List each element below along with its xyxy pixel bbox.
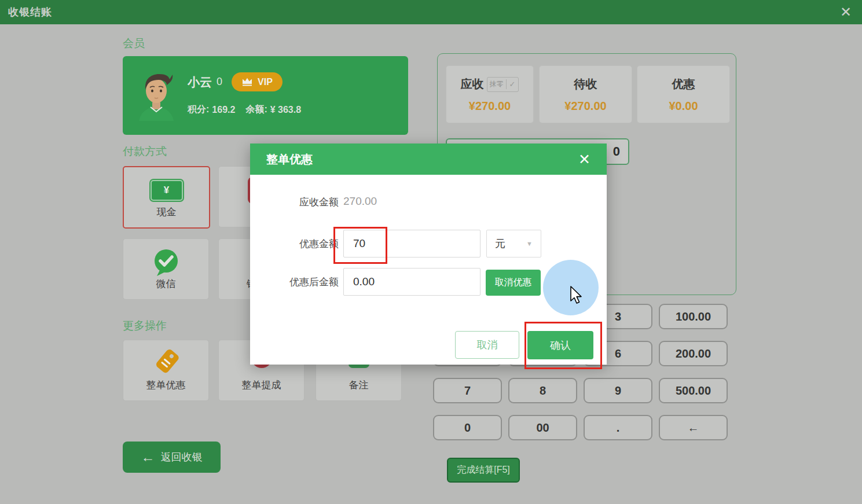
member-card: 小云 0 VIP 积分: 169.2 余额: ¥ 363.8 xyxy=(123,56,408,135)
key-500[interactable]: 500.00 xyxy=(659,378,728,403)
balance-label: 余额: xyxy=(245,104,267,116)
cash-banknote-icon: ¥ xyxy=(151,180,183,201)
key-backspace[interactable]: ← xyxy=(659,415,728,440)
payment-method-cash[interactable]: ¥ 现金 xyxy=(123,166,210,229)
balance-value: ¥ 363.8 xyxy=(270,105,301,115)
member-avatar-icon xyxy=(133,70,179,121)
op-label: 整单提成 xyxy=(219,378,304,392)
modal-title: 整单优惠 xyxy=(266,144,313,175)
after-discount-input[interactable]: 0.00 xyxy=(343,268,480,296)
modal-receivable-value: 270.00 xyxy=(343,195,377,208)
crown-icon xyxy=(241,78,253,86)
member-section-label: 会员 xyxy=(123,36,145,51)
discount-label: 优惠 xyxy=(672,76,695,92)
key-0[interactable]: 0 xyxy=(433,415,502,440)
page-title: 收银结账 xyxy=(8,0,52,24)
rounding-label: 抹零 xyxy=(487,79,507,89)
modal-after-label: 优惠后金额 xyxy=(289,275,339,289)
settle-button[interactable]: 完成结算[F5] xyxy=(447,458,520,483)
vip-badge-label: VIP xyxy=(258,77,273,87)
points-label: 积分: xyxy=(188,104,209,116)
back-arrow-icon: ← xyxy=(141,450,155,464)
key-100[interactable]: 100.00 xyxy=(659,304,728,329)
annotation-box-confirm-button xyxy=(524,322,602,369)
points-value: 169.2 xyxy=(212,105,235,115)
unit-select[interactable]: 元 ▼ xyxy=(486,230,541,257)
window-close-icon[interactable]: ✕ xyxy=(840,0,852,24)
pending-label: 待收 xyxy=(574,76,597,92)
op-order-discount[interactable]: 整单优惠 xyxy=(123,340,209,401)
vip-badge: VIP xyxy=(232,72,283,91)
unit-select-value: 元 xyxy=(495,237,505,251)
more-ops-section-label: 更多操作 xyxy=(123,318,167,333)
payment-method-label: 现金 xyxy=(124,205,209,219)
key-dot[interactable]: . xyxy=(584,415,652,440)
key-7[interactable]: 7 xyxy=(433,378,502,403)
check-icon: ✓ xyxy=(507,80,519,89)
wechat-icon xyxy=(152,248,180,277)
payment-method-label: 微信 xyxy=(123,277,208,290)
pending-card: 待收 ¥270.00 xyxy=(539,65,632,123)
member-name-suffix: 0 xyxy=(217,76,222,88)
pending-value: ¥270.00 xyxy=(540,100,632,113)
modal-receivable-label: 应收金额 xyxy=(299,196,339,209)
modal-cancel-button[interactable]: 取消 xyxy=(455,331,519,359)
window-titlebar: 收银结账 ✕ xyxy=(0,0,862,24)
key-00[interactable]: 00 xyxy=(508,415,577,440)
back-to-cashier-button[interactable]: ← 返回收银 xyxy=(123,442,221,473)
receivable-card: 应收 抹零 ✓ ¥270.00 xyxy=(446,65,534,123)
receivable-label: 应收 xyxy=(461,76,484,92)
discount-value: ¥0.00 xyxy=(637,100,729,113)
member-stats: 积分: 169.2 余额: ¥ 363.8 xyxy=(188,104,301,116)
key-9[interactable]: 9 xyxy=(584,378,652,403)
op-label: 备注 xyxy=(316,378,401,392)
member-name: 小云 xyxy=(188,74,212,90)
cashier-checkout-screen: 收银结账 ✕ 会员 小云 0 VIP xyxy=(0,0,862,504)
key-200[interactable]: 200.00 xyxy=(659,341,728,366)
modal-discount-label: 优惠金额 xyxy=(299,237,339,251)
chevron-down-icon: ▼ xyxy=(526,240,533,247)
pay-amount-value: 0 xyxy=(613,144,620,159)
op-label: 整单优惠 xyxy=(123,378,208,392)
receivable-value: ¥270.00 xyxy=(446,100,533,113)
modal-close-icon[interactable]: ✕ xyxy=(578,144,590,175)
mouse-cursor-icon xyxy=(570,286,584,304)
payment-method-wechat[interactable]: 微信 xyxy=(123,238,209,300)
after-discount-value: 0.00 xyxy=(353,275,375,288)
annotation-box-discount-input xyxy=(333,227,387,264)
payment-section-label: 付款方式 xyxy=(123,144,167,159)
cancel-discount-button[interactable]: 取消优惠 xyxy=(486,270,541,296)
key-8[interactable]: 8 xyxy=(508,378,577,403)
rounding-checkbox[interactable]: 抹零 ✓ xyxy=(487,77,519,92)
modal-header: 整单优惠 ✕ xyxy=(250,144,607,175)
price-tag-icon xyxy=(150,347,182,378)
back-button-label: 返回收银 xyxy=(161,450,203,464)
discount-card: 优惠 ¥0.00 xyxy=(637,65,730,123)
